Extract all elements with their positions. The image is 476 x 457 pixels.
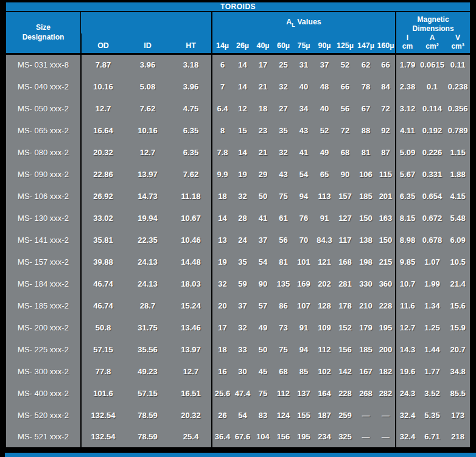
al-value-cell: 195 — [376, 316, 396, 338]
al-value-cell: 21 — [253, 141, 273, 163]
al-value-cell: 32 — [273, 141, 293, 163]
al-value-cell: 40 — [293, 75, 314, 97]
area-cell: 0.192 — [419, 119, 446, 141]
page-title: TOROIDS — [6, 2, 470, 12]
al-value-cell: 164 — [314, 382, 335, 404]
al-value-cell: 156 — [335, 338, 355, 360]
al-value-cell: 215 — [376, 251, 396, 273]
al-value-cell: 32 — [212, 273, 233, 295]
al-value-cell: 259 — [335, 404, 355, 426]
al-value-cell: 54 — [233, 404, 253, 426]
col-header-od: OD — [81, 33, 125, 54]
ht-cell: 15.24 — [170, 295, 212, 316]
al-value-cell: 49 — [253, 316, 273, 338]
al-value-cell: 210 — [355, 295, 376, 316]
path-length-cell: 1.79 — [396, 54, 419, 75]
size-designation-cell: MS- 225 xxx-2 — [6, 338, 81, 360]
col-header-al-40u: 40µ — [253, 33, 273, 54]
size-designation-cell: MS- 185 xxx-2 — [6, 295, 81, 316]
table-row: MS- 040 xxx-2 10.16 5.08 3.96 7 14 21 32… — [6, 75, 470, 97]
od-cell: 46.74 — [81, 273, 125, 295]
ht-cell: 7.62 — [170, 163, 212, 185]
col-header-area: Acm² — [419, 33, 446, 54]
od-cell: 46.74 — [81, 295, 125, 316]
al-value-cell: — — [376, 426, 396, 448]
col-header-path-length: lcm — [396, 33, 419, 54]
area-cell: 1.77 — [419, 360, 446, 382]
al-value-cell: 31 — [293, 54, 314, 75]
al-value-cell: 107 — [293, 295, 314, 316]
al-value-cell: 106 — [355, 163, 376, 185]
al-value-cell: 87 — [376, 141, 396, 163]
col-group-magnetic-dimensions: Magnetic Dimensions — [396, 12, 470, 33]
area-cell: 1.07 — [419, 251, 446, 273]
od-cell: 132.54 — [81, 426, 125, 448]
size-designation-cell: MS- 200 xxx-2 — [6, 316, 81, 338]
al-value-cell: 113 — [314, 185, 335, 207]
ht-cell: 11.18 — [170, 185, 212, 207]
al-value-cell: 32 — [233, 316, 253, 338]
al-value-cell: 52 — [314, 119, 335, 141]
id-cell: 10.16 — [125, 119, 170, 141]
al-value-cell: 30 — [233, 360, 253, 382]
area-cell: 0.1 — [419, 75, 446, 97]
al-value-cell: 43 — [293, 119, 314, 141]
al-value-cell: 12 — [233, 97, 253, 119]
path-length-cell: 5.67 — [396, 163, 419, 185]
al-value-cell: 112 — [314, 338, 335, 360]
table-row: MS- 521 xxx-2 132.54 78.59 25.4 36.4 67.… — [6, 426, 470, 448]
al-value-cell: 156 — [273, 426, 293, 448]
al-value-cell: 228 — [376, 295, 396, 316]
area-cell: 0.678 — [419, 229, 446, 251]
id-cell: 5.08 — [125, 75, 170, 97]
al-value-cell: 70 — [293, 229, 314, 251]
al-value-cell: 41 — [253, 207, 273, 229]
size-designation-cell: MS- 141 xxx-2 — [6, 229, 81, 251]
volume-cell: 218 — [446, 426, 470, 448]
id-cell: 24.13 — [125, 273, 170, 295]
al-value-cell: 61 — [273, 207, 293, 229]
size-designation-cell: MS- 300 xxx-2 — [6, 360, 81, 382]
table-row: MS- 141 xxx-2 35.81 22.35 10.46 13 24 37… — [6, 229, 470, 251]
ht-cell: 12.7 — [170, 360, 212, 382]
al-value-cell: 86 — [273, 295, 293, 316]
size-designation-cell: MS- 065 xxx-2 — [6, 119, 81, 141]
path-length-cell: 32.4 — [396, 404, 419, 426]
ht-cell: 20.32 — [170, 404, 212, 426]
size-designation-cell: MS- 050 xxx-2 — [6, 97, 81, 119]
al-value-cell: 282 — [376, 382, 396, 404]
al-value-cell: 72 — [376, 97, 396, 119]
col-header-al-14u: 14µ — [212, 33, 233, 54]
al-value-cell: 7 — [212, 75, 233, 97]
od-cell: 57.15 — [81, 338, 125, 360]
path-length-cell: 4.11 — [396, 119, 419, 141]
al-value-cell: 268 — [355, 382, 376, 404]
col-group-dimensions — [81, 12, 212, 33]
al-value-cell: 8 — [212, 119, 233, 141]
size-designation-cell: MS- 521 xxx-2 — [6, 426, 81, 448]
al-value-cell: 90 — [335, 163, 355, 185]
al-value-cell: 25 — [273, 54, 293, 75]
al-value-cell: 169 — [293, 273, 314, 295]
al-value-cell: 325 — [335, 426, 355, 448]
path-length-cell: 12.7 — [396, 316, 419, 338]
al-value-cell: 47.4 — [233, 382, 253, 404]
path-length-cell: 8.98 — [396, 229, 419, 251]
volume-cell: 10.5 — [446, 251, 470, 273]
al-value-cell: 16 — [212, 360, 233, 382]
volume-cell: 34.8 — [446, 360, 470, 382]
volume-cell: 4.15 — [446, 185, 470, 207]
al-value-cell: 50 — [253, 185, 273, 207]
al-value-cell: 67.6 — [233, 426, 253, 448]
al-value-cell: 49 — [314, 141, 335, 163]
path-length-cell: 6.35 — [396, 185, 419, 207]
al-value-cell: 142 — [335, 360, 355, 382]
toroids-table: TOROIDS Size Designation AL Values Magne… — [6, 2, 470, 448]
area-cell: 3.52 — [419, 382, 446, 404]
volume-cell: 5.48 — [446, 207, 470, 229]
id-cell: 12.7 — [125, 141, 170, 163]
area-cell: 1.34 — [419, 295, 446, 316]
id-cell: 13.97 — [125, 163, 170, 185]
size-designation-cell: MS- 040 xxx-2 — [6, 75, 81, 97]
al-value-cell: 85 — [293, 360, 314, 382]
